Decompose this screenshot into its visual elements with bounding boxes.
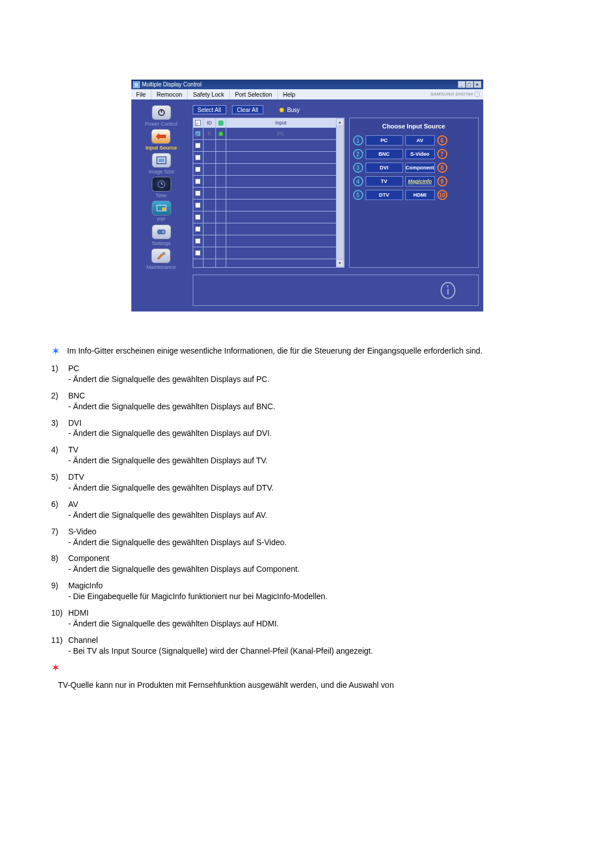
row-checkbox[interactable]	[195, 250, 201, 256]
sidebar-item-image-size[interactable]: Image Size	[148, 153, 174, 175]
sidebar-item-time[interactable]: Time	[152, 177, 171, 198]
source-tv-button[interactable]: TV	[366, 176, 403, 186]
row-checkbox[interactable]	[195, 226, 201, 232]
table-row[interactable]	[193, 139, 337, 151]
list-title: TV	[68, 445, 563, 455]
close-button[interactable]: ×	[474, 81, 482, 88]
row-checkbox[interactable]	[195, 190, 201, 196]
list-number: 1)	[51, 363, 68, 385]
app-icon	[133, 81, 140, 88]
list-title: PC	[68, 363, 563, 374]
table-row[interactable]	[193, 163, 337, 175]
menu-file[interactable]: File	[131, 89, 152, 99]
list-number: 5)	[51, 472, 68, 493]
menu-remocon[interactable]: Remocon	[151, 89, 188, 99]
menu-safety-lock[interactable]: Safety Lock	[188, 89, 230, 99]
list-number: 3)	[51, 418, 68, 439]
sidebar-item-input-source[interactable]: Input Source	[146, 129, 177, 151]
sidebar-item-pip[interactable]: PIP	[152, 201, 171, 222]
list-desc: - Ändert die Signalquelle des gewählten …	[68, 455, 563, 466]
brand-label: SAMSUNG DIGITall	[430, 92, 479, 97]
row-id: 0	[204, 128, 216, 139]
source-bnc-button[interactable]: BNC	[366, 149, 403, 159]
sidebar-item-settings[interactable]: Settings	[152, 225, 171, 246]
row-checkbox[interactable]	[195, 143, 201, 148]
list-title: S-Video	[68, 526, 563, 537]
source-av-button[interactable]: AV	[405, 135, 435, 146]
info-grid: ID Input 0 PC	[193, 118, 345, 268]
row-checkbox[interactable]	[195, 155, 201, 160]
minimize-button[interactable]: _	[458, 81, 466, 88]
svg-point-15	[161, 230, 165, 234]
callout-6: 6	[437, 135, 447, 146]
list-desc: - Bei TV als Input Source (Signalquelle)…	[68, 646, 563, 657]
window-title: Multiple Display Control	[142, 81, 202, 88]
scroll-down-icon[interactable]: ▾	[337, 259, 343, 267]
sidebar-item-power-control[interactable]: Power Control	[145, 105, 177, 127]
row-checkbox[interactable]	[195, 202, 201, 208]
list-desc: - Ändert die Signalquelle des gewählten …	[68, 510, 563, 521]
menu-help[interactable]: Help	[278, 89, 301, 99]
numbered-list: 1)PC- Ändert die Signalquelle des gewähl…	[51, 363, 563, 657]
list-title: BNC	[68, 391, 563, 401]
row-checkbox[interactable]	[195, 167, 201, 172]
grid-scrollbar[interactable]: ▴ ▾	[337, 118, 344, 267]
svg-rect-1	[136, 83, 138, 84]
sidebar-item-label: Image Size	[148, 169, 174, 175]
sidebar-item-label: Maintenance	[147, 264, 176, 270]
row-checkbox[interactable]	[195, 131, 201, 136]
menubar: File Remocon Safety Lock Port Selection …	[131, 89, 483, 99]
table-row[interactable]	[193, 151, 337, 163]
svg-point-16	[163, 252, 165, 255]
intro-text: Im Info-Gitter erscheinen einige wesentl…	[67, 346, 563, 356]
row-checkbox[interactable]	[195, 238, 201, 244]
table-row[interactable]	[193, 259, 337, 267]
settings-icon	[152, 225, 171, 239]
svg-rect-8	[159, 159, 164, 162]
busy-dot-icon	[279, 107, 284, 113]
scroll-up-icon[interactable]: ▴	[337, 119, 343, 126]
busy-indicator: Busy	[279, 107, 300, 113]
source-hdmi-button[interactable]: HDMI	[405, 190, 435, 200]
grid-header-id[interactable]: ID	[204, 118, 216, 127]
source-component-button[interactable]: Component	[405, 163, 435, 173]
callout-7: 7	[437, 149, 447, 159]
table-row[interactable]	[193, 247, 337, 259]
table-row[interactable]	[193, 199, 337, 211]
sidebar-item-maintenance[interactable]: Maintenance	[147, 248, 176, 270]
table-row[interactable]	[193, 223, 337, 235]
source-svideo-button[interactable]: S-Video	[405, 149, 435, 159]
list-title: MagicInfo	[68, 580, 563, 591]
svg-rect-0	[134, 83, 135, 84]
callout-1: 1	[353, 135, 363, 146]
row-checkbox[interactable]	[195, 178, 201, 184]
final-note: TV-Quelle kann nur in Produkten mit Fern…	[51, 680, 563, 691]
sidebar-item-label: Power Control	[145, 121, 177, 127]
select-all-button[interactable]: Select All	[193, 105, 226, 114]
list-title: DVI	[68, 418, 563, 429]
grid-header-input[interactable]: Input	[226, 118, 337, 127]
source-magicinfo-button[interactable]: MagicInfo	[405, 176, 435, 186]
grid-header-status[interactable]	[216, 118, 226, 127]
source-dtv-button[interactable]: DTV	[366, 190, 403, 200]
clear-all-button[interactable]: Clear All	[232, 105, 263, 114]
list-desc: - Ändert die Signalquelle des gewählten …	[68, 537, 563, 548]
list-number: 10)	[51, 608, 68, 629]
maintenance-icon	[151, 248, 171, 263]
source-pc-button[interactable]: PC	[366, 135, 403, 146]
table-row[interactable]	[193, 211, 337, 223]
source-dvi-button[interactable]: DVI	[366, 163, 403, 173]
sidebar-item-label: Settings	[152, 240, 171, 246]
table-row[interactable]	[193, 175, 337, 187]
menu-port-selection[interactable]: Port Selection	[230, 89, 277, 99]
table-row[interactable]	[193, 235, 337, 247]
table-row[interactable]: 0 PC	[193, 127, 337, 139]
sidebar-item-label: Input Source	[146, 145, 177, 151]
maximize-button[interactable]: □	[466, 81, 474, 88]
grid-header-check[interactable]	[193, 118, 204, 127]
row-input: PC	[226, 128, 337, 139]
list-desc: - Ändert die Signalquelle des gewählten …	[68, 401, 563, 412]
input-source-icon	[151, 129, 171, 144]
row-checkbox[interactable]	[195, 214, 201, 220]
table-row[interactable]	[193, 187, 337, 199]
